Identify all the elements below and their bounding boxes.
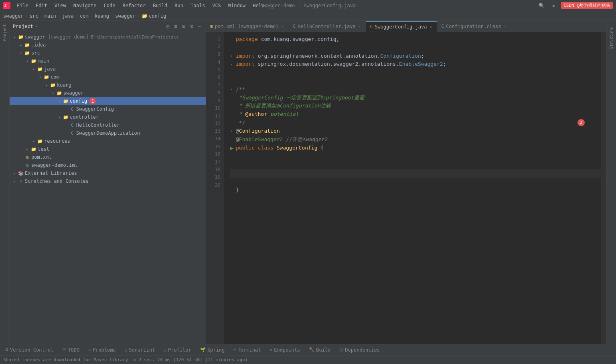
bottom-tab-todo[interactable]: ☰ TODO xyxy=(58,346,83,354)
tree-item-main[interactable]: 📁 main xyxy=(10,57,206,65)
project-toolbar: ◎ ≡ ⊞ ⚙ — xyxy=(165,23,203,30)
bottom-tab-build[interactable]: 🔨 Build xyxy=(305,346,334,354)
window-title: swagger-demo - SwaggerConfig.java xyxy=(260,3,356,8)
menu-vcs[interactable]: VCS xyxy=(209,2,224,9)
expand-all-btn[interactable]: ⊞ xyxy=(181,23,187,30)
dependencies-icon: ⬡ xyxy=(339,347,343,352)
tree-label-iml: swagger-demo.iml xyxy=(31,162,78,168)
project-icon: 📁 xyxy=(18,34,24,40)
tree-arrow-scratches xyxy=(12,179,17,184)
search-everywhere-btn[interactable]: 🔍 xyxy=(536,2,547,9)
breadcrumb-swagger2[interactable]: swagger xyxy=(115,13,136,19)
fold-12[interactable]: ▾ xyxy=(230,128,236,134)
breadcrumb-kuang[interactable]: kuang xyxy=(95,13,109,19)
bottom-tab-endpoints[interactable]: ⇌ Endpoints xyxy=(266,346,304,354)
structure-label[interactable]: Structure xyxy=(608,24,614,52)
code-content[interactable]: package com.kuang.swagger.config; ▾ impo… xyxy=(224,32,601,344)
run-icon[interactable]: ▶ xyxy=(230,145,233,151)
tree-item-src[interactable]: 📁 src xyxy=(10,49,206,57)
collapse-all-btn[interactable]: ≡ xyxy=(173,23,179,30)
tree-item-app[interactable]: C SwaggerDemoApplication xyxy=(10,129,206,137)
tree-arrow-root xyxy=(12,35,17,39)
tree-item-external-libs[interactable]: 📚 External Libraries xyxy=(10,169,206,177)
menu-build[interactable]: Build xyxy=(150,2,170,9)
tree-item-java[interactable]: 📁 java xyxy=(10,65,206,73)
code-line-12: ▾ @Configuration xyxy=(230,127,601,135)
bottom-tab-version-control[interactable]: ⑆ Version Control xyxy=(2,346,57,354)
menu-run[interactable]: Run xyxy=(171,2,186,9)
tree-item-pom[interactable]: m pom.xml xyxy=(10,153,206,161)
bottom-tab-profiler[interactable]: ◷ Profiler xyxy=(160,346,195,354)
code-editor[interactable]: 1 2 3 4 5 6 7 8 9 10 11 12 13 14 15 16 1… xyxy=(206,32,606,344)
tree-item-scratches[interactable]: ✎ Scratches and Consoles xyxy=(10,177,206,185)
tree-item-controller[interactable]: 📁 controller xyxy=(10,113,206,121)
breadcrumb-main[interactable]: main xyxy=(45,13,56,19)
tree-item-config[interactable]: 📁 config 1 xyxy=(10,97,206,105)
pom-xml-tab-close[interactable]: ✕ xyxy=(281,24,285,29)
menu-navigate[interactable]: Navigate xyxy=(70,2,100,9)
tab-hello-controller[interactable]: C HelloController.java ✕ xyxy=(289,21,366,32)
libs-icon: 📚 xyxy=(18,170,24,176)
bottom-tab-terminal[interactable]: ⌨ Terminal xyxy=(229,346,265,354)
tree-item-kuang[interactable]: 📁 kuang xyxy=(10,81,206,89)
folder-kuang-icon: 📁 xyxy=(50,82,56,88)
breadcrumb-src[interactable]: src xyxy=(30,13,38,19)
tab-configuration-class[interactable]: C Configuration.class ✕ xyxy=(437,21,511,32)
bottom-tab-spring[interactable]: 🌱 Spring xyxy=(196,346,229,354)
tree-item-swagger[interactable]: 📁 swagger xyxy=(10,89,206,97)
menu-edit[interactable]: Edit xyxy=(32,2,51,9)
tree-item-iml[interactable]: m swagger-demo.iml xyxy=(10,161,206,169)
code-line-5 xyxy=(230,69,601,77)
menu-file[interactable]: File xyxy=(14,2,32,9)
hello-tab-close[interactable]: ✕ xyxy=(358,24,362,29)
breadcrumb-config[interactable]: 📁 config xyxy=(142,13,166,19)
bottom-tab-dependencies[interactable]: ⬡ Dependencies xyxy=(335,346,384,354)
tree-label-app: SwaggerDemoApplication xyxy=(76,130,140,136)
folder-com-icon: 📁 xyxy=(43,74,50,80)
project-dropdown-btn[interactable]: ▾ xyxy=(36,24,38,28)
breadcrumb-swagger[interactable]: swagger xyxy=(3,13,24,19)
breadcrumb-com[interactable]: com xyxy=(80,13,89,19)
tree-label-swagger: swagger xyxy=(63,90,84,96)
code-line-11: */ 2 xyxy=(230,119,601,127)
code-line-2 xyxy=(230,44,601,52)
app-logo: J xyxy=(3,2,10,9)
bottom-tab-sonarlint[interactable]: ◎ SonarLint xyxy=(121,346,159,354)
swagger-tab-icon: C xyxy=(370,24,373,29)
bottom-tab-problems[interactable]: ⚠ Problems xyxy=(84,346,120,354)
code-line-9: * 所以需要添加@Configuration注解 xyxy=(230,102,601,110)
menu-view[interactable]: View xyxy=(51,2,69,9)
fold-3[interactable]: ▾ xyxy=(230,53,236,59)
project-strip-label[interactable]: Project xyxy=(2,22,8,42)
tree-item-resources[interactable]: 📁 resources xyxy=(10,137,206,145)
config-class-tab-close[interactable]: ✕ xyxy=(503,24,507,29)
menu-window[interactable]: Window xyxy=(225,2,249,9)
tree-item-swaggerconfig[interactable]: C SwaggerConfig xyxy=(10,105,206,113)
iml-icon: m xyxy=(24,162,30,168)
run-btn[interactable]: ▶ xyxy=(550,2,558,9)
code-line-6 xyxy=(230,77,601,85)
tab-swagger-config[interactable]: C SwaggerConfig.java ✕ xyxy=(366,21,438,32)
tree-item-root[interactable]: 📁 swagger [swagger-demo] E:\Users\potent… xyxy=(10,33,206,41)
tree-label-com: com xyxy=(51,74,59,80)
swagger-tab-close[interactable]: ✕ xyxy=(429,24,433,29)
menu-code[interactable]: Code xyxy=(101,2,119,9)
tree-item-hellocontroller[interactable]: C HelloController xyxy=(10,121,206,129)
tab-pom-xml[interactable]: m pom.xml (swagger-demo) ✕ xyxy=(206,21,289,32)
tree-item-test[interactable]: 📁 test xyxy=(10,145,206,153)
locate-file-btn[interactable]: ◎ xyxy=(165,23,171,30)
tree-arrow-com xyxy=(38,75,43,79)
right-gutter xyxy=(601,32,606,344)
menu-refactor[interactable]: Refactor xyxy=(119,2,149,9)
menu-tools[interactable]: Tools xyxy=(187,2,208,9)
tree-label-controller: controller xyxy=(70,114,99,120)
fold-7[interactable]: ▾ xyxy=(230,86,236,93)
tree-label-java: java xyxy=(44,66,56,72)
settings-btn[interactable]: ⚙ xyxy=(189,23,195,30)
editor-tabs: m pom.xml (swagger-demo) ✕ C HelloContro… xyxy=(206,21,606,32)
tree-item-idea[interactable]: 📁 .idea xyxy=(10,41,206,49)
tree-item-com[interactable]: 📁 com xyxy=(10,73,206,81)
hide-panel-btn[interactable]: — xyxy=(197,23,203,30)
breadcrumb-java[interactable]: java xyxy=(62,13,74,19)
fold-4[interactable]: ▾ xyxy=(230,61,236,68)
